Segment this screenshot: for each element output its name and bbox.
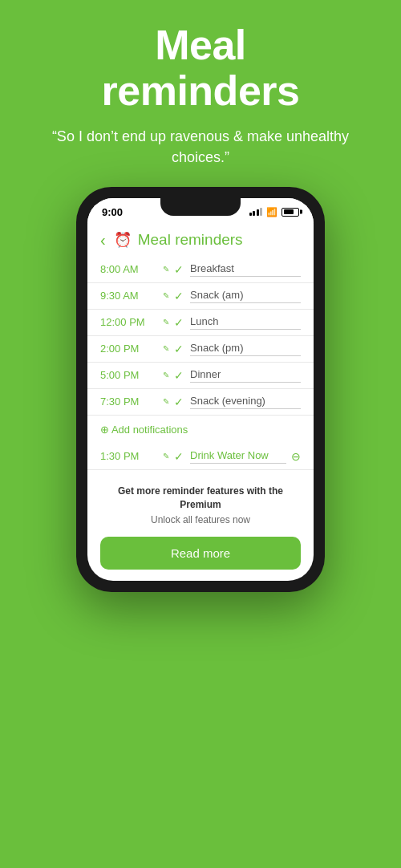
reminder-row-breakfast: 8:00 AM ✎ ✓ Breakfast <box>87 257 314 283</box>
check-icon-5[interactable]: ✓ <box>174 395 184 408</box>
edit-icon-1[interactable]: ✎ <box>163 291 169 300</box>
remove-circle-icon[interactable]: ⊖ <box>291 450 301 463</box>
edit-icon-0[interactable]: ✎ <box>163 265 169 274</box>
wifi-icon: 📶 <box>266 207 277 217</box>
status-icons: 📶 <box>249 207 300 217</box>
premium-headline: Get more reminder features with the Prem… <box>100 485 301 512</box>
app-header-title: Meal reminders <box>138 231 243 249</box>
reminder-row-snack-evening: 7:30 PM ✎ ✓ Snack (evening) <box>87 389 314 416</box>
edit-icon-4[interactable]: ✎ <box>163 371 169 379</box>
reminder-time-1: 9:30 AM <box>100 290 163 302</box>
reminder-time-4: 5:00 PM <box>100 369 163 381</box>
phone-notch <box>160 198 241 216</box>
hero-title: Meal reminders <box>102 22 300 114</box>
edit-icon-2[interactable]: ✎ <box>163 318 169 327</box>
reminder-time-3: 2:00 PM <box>100 343 163 355</box>
check-icon-3[interactable]: ✓ <box>174 343 184 355</box>
water-edit-icon[interactable]: ✎ <box>163 452 169 460</box>
water-label: Drink Water Now <box>190 449 286 464</box>
status-time: 9:00 <box>102 206 123 218</box>
reminder-label-4: Dinner <box>190 368 301 383</box>
reminder-row-lunch: 12:00 PM ✎ ✓ Lunch <box>87 310 314 336</box>
check-icon-1[interactable]: ✓ <box>174 290 184 302</box>
edit-icon-3[interactable]: ✎ <box>163 344 169 353</box>
reminder-row-snack-pm: 2:00 PM ✎ ✓ Snack (pm) <box>87 336 314 363</box>
reminder-time-5: 7:30 PM <box>100 395 163 408</box>
reminder-label-5: Snack (evening) <box>190 395 301 409</box>
reminder-row-snack-am: 9:30 AM ✎ ✓ Snack (am) <box>87 283 314 310</box>
phone-mockup: 9:00 📶 ‹ ⏰ Meal reminders <box>76 187 325 593</box>
phone-screen: 9:00 📶 ‹ ⏰ Meal reminders <box>87 198 314 582</box>
edit-icon-5[interactable]: ✎ <box>163 397 169 406</box>
hero-quote: “So I don’t end up ravenous & make unhea… <box>0 127 401 167</box>
clock-icon: ⏰ <box>114 231 132 249</box>
check-icon-0[interactable]: ✓ <box>174 263 184 276</box>
app-content: ‹ ⏰ Meal reminders 8:00 AM ✎ ✓ Breakfast… <box>87 223 314 582</box>
back-arrow-icon[interactable]: ‹ <box>100 232 106 248</box>
check-icon-4[interactable]: ✓ <box>174 369 184 382</box>
reminder-row-dinner: 5:00 PM ✎ ✓ Dinner <box>87 363 314 389</box>
reminder-time-2: 12:00 PM <box>100 316 163 328</box>
water-check-icon[interactable]: ✓ <box>174 450 184 463</box>
add-notifications-row[interactable]: ⊕ Add notifications <box>87 416 314 444</box>
reminder-label-1: Snack (am) <box>190 289 301 303</box>
water-time: 1:30 PM <box>100 450 163 462</box>
signal-bars-icon <box>249 208 263 216</box>
app-header: ‹ ⏰ Meal reminders <box>87 226 314 257</box>
read-more-button[interactable]: Read more <box>100 537 301 570</box>
check-icon-2[interactable]: ✓ <box>174 316 184 329</box>
add-notifications-label[interactable]: ⊕ Add notifications <box>100 424 188 436</box>
reminder-label-3: Snack (pm) <box>190 342 301 356</box>
battery-icon <box>282 208 299 217</box>
reminder-time-0: 8:00 AM <box>100 263 163 275</box>
reminder-label-0: Breakfast <box>190 262 301 277</box>
reminder-label-2: Lunch <box>190 315 301 330</box>
water-reminder-row: 1:30 PM ✎ ✓ Drink Water Now ⊖ <box>87 444 314 470</box>
unlock-text: Unlock all features now <box>100 514 301 525</box>
premium-section: Get more reminder features with the Prem… <box>87 470 314 582</box>
